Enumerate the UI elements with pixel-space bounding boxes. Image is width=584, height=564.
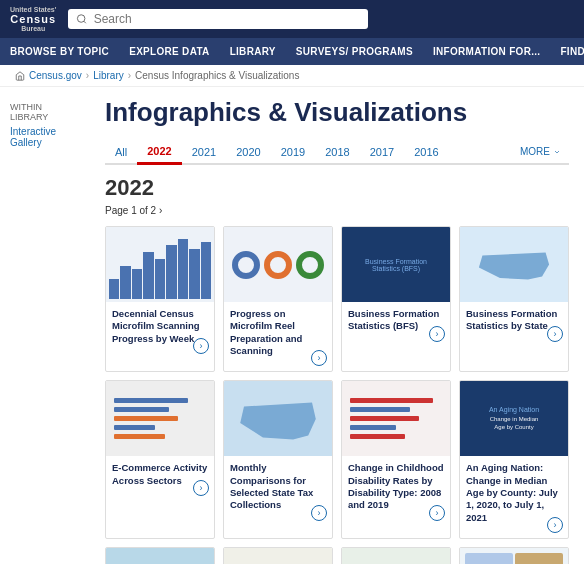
thumb-8 xyxy=(106,548,214,564)
tab-2016[interactable]: 2016 xyxy=(404,141,448,163)
grid-item-10[interactable]: Monthly State Retail Sales › xyxy=(341,547,451,564)
logo-main-text: Census xyxy=(10,13,56,25)
thumb-7: An Aging NationChange in MedianAge by Co… xyxy=(460,381,568,456)
arrow-icon-6[interactable]: › xyxy=(429,505,445,521)
mixed-item xyxy=(515,553,563,564)
arrow-icon-2[interactable]: › xyxy=(429,326,445,342)
bar xyxy=(178,239,188,299)
tab-2021[interactable]: 2021 xyxy=(182,141,226,163)
sidebar: WITHIN LIBRARY Interactive Gallery xyxy=(0,87,90,564)
breadcrumb-current: Census Infographics & Visualizations xyxy=(135,70,299,81)
tab-2022[interactable]: 2022 xyxy=(137,140,181,165)
item-info-7: An Aging Nation: Change in Median Age by… xyxy=(460,456,568,538)
thumb-11 xyxy=(460,548,568,564)
bar xyxy=(143,252,153,299)
item-info-2: Business Formation Statistics (BFS) › xyxy=(342,302,450,347)
state-map-thumb-5 xyxy=(224,381,332,456)
tab-all[interactable]: All xyxy=(105,141,137,163)
item-title-5: Monthly Comparisons for Selected State T… xyxy=(230,462,326,511)
arrow-icon-7[interactable]: › xyxy=(547,517,563,533)
item-info-5: Monthly Comparisons for Selected State T… xyxy=(224,456,332,525)
item-title-6: Change in Childhood Disability Rates by … xyxy=(348,462,444,511)
tab-2020[interactable]: 2020 xyxy=(226,141,270,163)
arrow-icon-3[interactable]: › xyxy=(547,326,563,342)
bar xyxy=(109,279,119,299)
grid-item-1[interactable]: Progress on Microfilm Reel Preparation a… xyxy=(223,226,333,372)
blended-thumb-9 xyxy=(224,548,332,564)
logo-bottom-text: Bureau xyxy=(21,25,45,32)
tab-2018[interactable]: 2018 xyxy=(315,141,359,163)
breadcrumb-sep-2: › xyxy=(128,70,131,81)
nav-surveys-programs[interactable]: SURVEYS/ PROGRAMS xyxy=(286,38,423,65)
grid-item-6[interactable]: Change in Childhood Disability Rates by … xyxy=(341,380,451,539)
h-bar-row xyxy=(114,407,206,412)
page-title: Infographics & Visualizations xyxy=(105,97,569,128)
arrow-icon-4[interactable]: › xyxy=(193,480,209,496)
nav-browse-by-topic[interactable]: BROWSE BY TOPIC xyxy=(0,38,119,65)
sidebar-interactive-gallery[interactable]: Interactive Gallery xyxy=(10,126,80,148)
nav-find-a-code[interactable]: FIND A CODE xyxy=(550,38,584,65)
thumb-1 xyxy=(224,227,332,302)
nav-explore-data[interactable]: EXPLORE DATA xyxy=(119,38,219,65)
chart-bars-0 xyxy=(106,227,214,302)
h-bar-red xyxy=(350,434,405,439)
grid-item-11[interactable]: Selected Industries That Contributed to … xyxy=(459,547,569,564)
search-bar[interactable] xyxy=(68,9,368,29)
grid-item-5[interactable]: Monthly Comparisons for Selected State T… xyxy=(223,380,333,539)
main-nav: BROWSE BY TOPIC EXPLORE DATA LIBRARY SUR… xyxy=(0,38,584,65)
thumb-4 xyxy=(106,381,214,456)
grid-item-8[interactable]: An Aging Nation: Median Age by County: J… xyxy=(105,547,215,564)
grid-item-0[interactable]: Decennial Census Microfilm Scanning Prog… xyxy=(105,226,215,372)
us-map-thumb-3 xyxy=(460,227,568,302)
h-bar-orange xyxy=(114,416,178,421)
logo-top-text: United States' xyxy=(10,6,56,13)
bar xyxy=(189,249,199,299)
year-heading: 2022 xyxy=(105,175,569,201)
tab-2019[interactable]: 2019 xyxy=(271,141,315,163)
nav-library[interactable]: LIBRARY xyxy=(220,38,286,65)
retail-chart-10 xyxy=(342,548,450,564)
breadcrumb-library[interactable]: Library xyxy=(93,70,124,81)
tab-2017[interactable]: 2017 xyxy=(360,141,404,163)
h-bar-row xyxy=(350,398,442,403)
h-bar xyxy=(114,398,188,403)
svg-line-1 xyxy=(84,21,86,23)
more-button[interactable]: MORE xyxy=(512,141,569,162)
dark-thumb-content: Business FormationStatistics (BFS) xyxy=(342,227,450,302)
grid-item-2[interactable]: Business FormationStatistics (BFS) Busin… xyxy=(341,226,451,372)
grid-item-9[interactable]: Creating the Vintage 2021 "Blended" Base… xyxy=(223,547,333,564)
mixed-item xyxy=(465,553,513,564)
breadcrumb-census-gov[interactable]: Census.gov xyxy=(29,70,82,81)
item-info-1: Progress on Microfilm Reel Preparation a… xyxy=(224,302,332,371)
more-label: MORE xyxy=(520,146,550,157)
grid-item-7[interactable]: An Aging NationChange in MedianAge by Co… xyxy=(459,380,569,539)
h-bar-row xyxy=(114,416,206,421)
nav-information-for[interactable]: INFORMATION FOR... xyxy=(423,38,550,65)
h-bar-row xyxy=(350,416,442,421)
item-info-4: E-Commerce Activity Across Sectors › xyxy=(106,456,214,501)
search-input[interactable] xyxy=(94,12,361,26)
grid-item-3[interactable]: Business Formation Statistics by State › xyxy=(459,226,569,372)
donut-circle-3 xyxy=(296,251,324,279)
thumb-10 xyxy=(342,548,450,564)
h-bar xyxy=(350,425,396,430)
thumb-6 xyxy=(342,381,450,456)
arrow-icon-0[interactable]: › xyxy=(193,338,209,354)
donut-chart-1 xyxy=(224,227,332,302)
page-layout: WITHIN LIBRARY Interactive Gallery Infog… xyxy=(0,87,584,564)
donut-circle-2 xyxy=(264,251,292,279)
chevron-down-icon xyxy=(553,148,561,156)
arrow-icon-1[interactable]: › xyxy=(311,350,327,366)
grid-item-4[interactable]: E-Commerce Activity Across Sectors › xyxy=(105,380,215,539)
h-bar xyxy=(114,425,155,430)
h-bar xyxy=(114,407,169,412)
map-shape-5 xyxy=(240,398,316,439)
thumb-5 xyxy=(224,381,332,456)
thumb-9 xyxy=(224,548,332,564)
h-bars-4 xyxy=(106,381,214,456)
bar xyxy=(166,245,176,299)
thumb-0 xyxy=(106,227,214,302)
h-bar-row xyxy=(350,434,442,439)
arrow-icon-5[interactable]: › xyxy=(311,505,327,521)
item-title-0: Decennial Census Microfilm Scanning Prog… xyxy=(112,308,208,345)
